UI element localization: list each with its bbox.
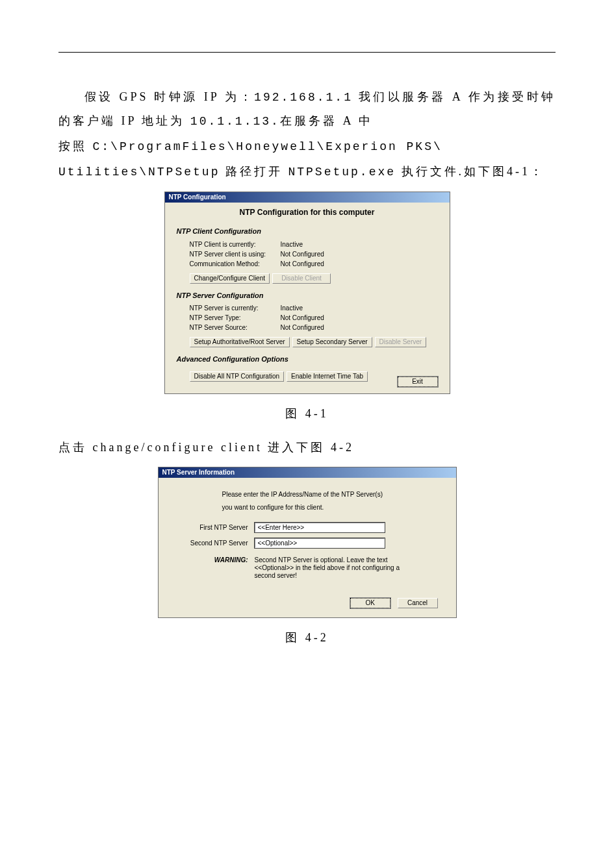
server-current-row: NTP Server is currently: Inactive [190,304,438,314]
client-using-value: Not Configured [281,251,324,258]
ntp-server-information-dialog: NTP Server Information Please enter the … [158,467,457,618]
text-run: 按照 [58,140,93,153]
server-source-value: Not Configured [281,324,324,332]
dialog1-title-text: NTP Configuration [169,193,226,201]
path-part-2: Utilities\NTPSetup [58,166,220,179]
client-current-row: NTP Client is currently: Inactive [190,240,438,250]
client-button-row: Change/Configure Client Disable Client [190,269,438,285]
server-config-heading: NTP Server Configuration [177,291,438,300]
server-type-label: NTP Server Type: [190,314,281,322]
dialog1-heading: NTP Configuration for this computer [177,203,438,221]
server-type-value: Not Configured [281,314,324,322]
advanced-button-row: Disable All NTP Configuration Enable Int… [190,367,438,383]
warning-text: Second NTP Server is optional. Leave the… [255,556,411,580]
server-source-row: NTP Server Source: Not Configured [190,323,438,333]
text-run: 执行文件.如下图4-1： [396,165,544,178]
enable-internet-time-tab-button[interactable]: Enable Internet Time Tab [287,371,368,382]
setup-secondary-server-button[interactable]: Setup Secondary Server [292,337,372,347]
client-comm-value: Not Configured [281,260,324,268]
ip-address-2: 10.1.1.13. [190,115,280,128]
first-ntp-server-label: First NTP Server [177,524,255,532]
path-part-1: C:\ProgramFiles\Honeywell\Experion PKS\ [93,140,442,153]
ok-button[interactable]: OK [350,598,390,608]
cancel-button[interactable]: Cancel [398,598,438,608]
figure-4-1-caption: 图 4-1 [58,406,556,421]
dialog2-title-text: NTP Server Information [162,469,235,477]
disable-client-button[interactable]: Disable Client [272,273,331,284]
paragraph-1: 假设 GPS 时钟源 IP 为：192.168.1.1 我们以服务器 A 作为接… [58,85,556,133]
paragraph-2-line1: 按照 C:\ProgramFiles\Honeywell\Experion PK… [58,134,556,158]
server-current-value: Inactive [281,304,303,312]
first-ntp-server-input[interactable] [255,523,385,532]
second-ntp-server-input[interactable] [255,538,385,548]
dialog2-titlebar[interactable]: NTP Server Information [159,467,456,478]
server-current-label: NTP Server is currently: [190,304,281,312]
figure-4-2-wrap: NTP Server Information Please enter the … [58,467,556,618]
client-config-heading: NTP Client Configuration [177,227,438,236]
server-button-row: Setup Authoritative/Root Server Setup Se… [190,333,438,349]
client-current-label: NTP Client is currently: [190,241,281,249]
ip-address-1: 192.168.1.1 [254,91,353,104]
setup-auth-root-server-button[interactable]: Setup Authoritative/Root Server [190,337,290,347]
paragraph-2-line2: Utilities\NTPSetup 路径打开 NTPSetup.exe 执行文… [58,160,556,184]
second-ntp-server-label: Second NTP Server [177,539,255,547]
second-ntp-server-row: Second NTP Server [177,538,438,549]
server-source-label: NTP Server Source: [190,324,281,332]
warning-label: WARNING: [177,556,255,564]
client-comm-row: Communication Method: Not Configured [190,260,438,269]
paragraph-3: 点击 change/configure client 进入下图 4-2 [58,436,556,459]
document-body: 假设 GPS 时钟源 IP 为：192.168.1.1 我们以服务器 A 作为接… [58,85,556,645]
advanced-config-heading: Advanced Configuration Options [177,355,438,364]
client-using-label: NTP Server client is using: [190,251,281,258]
page-top-rule [58,52,556,53]
warning-row: WARNING: Second NTP Server is optional. … [177,556,438,581]
client-comm-label: Communication Method: [190,260,281,268]
exe-name: NTPSetup.exe [288,166,396,179]
figure-4-2-caption: 图 4-2 [58,630,556,645]
text-run: 路径打开 [220,165,288,178]
client-using-row: NTP Server client is using: Not Configur… [190,250,438,260]
client-current-value: Inactive [281,241,303,249]
text-run: 在服务器 A 中 [280,114,373,127]
disable-all-ntp-button[interactable]: Disable All NTP Configuration [190,371,285,382]
text-run: 假设 GPS 时钟源 IP 为： [84,90,255,103]
ntp-configuration-dialog: NTP Configuration NTP Configuration for … [164,192,450,394]
first-ntp-server-row: First NTP Server [177,522,438,534]
dialog2-instruction-line2: you want to configure for this client. [222,504,438,512]
server-type-row: NTP Server Type: Not Configured [190,314,438,323]
dialog1-titlebar[interactable]: NTP Configuration [165,192,450,203]
figure-4-1-wrap: NTP Configuration NTP Configuration for … [58,192,556,394]
dialog2-instruction-line1: Please enter the IP Address/Name of the … [222,491,438,499]
disable-server-button[interactable]: Disable Server [375,337,427,347]
change-configure-client-button[interactable]: Change/Configure Client [190,273,270,284]
